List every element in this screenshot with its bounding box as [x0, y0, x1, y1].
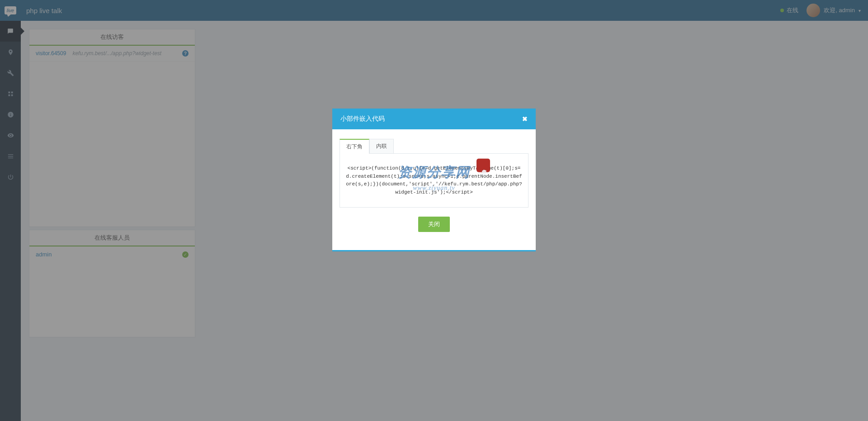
modal-overlay: 小部件嵌入代码 ✖ 右下角 内联 <script>(function(d,t,u…: [0, 0, 868, 21]
